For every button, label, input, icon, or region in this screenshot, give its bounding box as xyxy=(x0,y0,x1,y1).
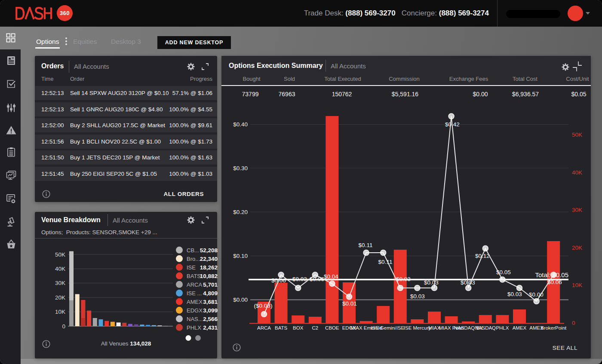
svg-text:5,701: 5,701 xyxy=(203,281,218,288)
svg-text:$0.10: $0.10 xyxy=(233,253,248,259)
svg-text:$0.03: $0.03 xyxy=(461,279,475,286)
svg-text:C2: C2 xyxy=(312,325,318,330)
svg-text:20K: 20K xyxy=(572,245,582,251)
svg-text:40K: 40K xyxy=(572,169,582,176)
svg-text:0: 0 xyxy=(572,320,575,326)
svg-text:52,208: 52,208 xyxy=(200,247,218,254)
svg-text:0: 0 xyxy=(62,323,65,330)
svg-text:$0.04: $0.04 xyxy=(324,273,338,280)
svg-text:ISE ...: ISE ... xyxy=(187,290,202,297)
svg-text:$0.42: $0.42 xyxy=(445,121,460,128)
svg-text:BrokerPoint: BrokerPoint xyxy=(541,325,567,330)
svg-text:($0.03): ($0.03) xyxy=(254,303,273,309)
svg-text:$0.00: $0.00 xyxy=(233,297,248,303)
svg-text:2,566: 2,566 xyxy=(203,316,218,322)
svg-text:$0.03: $0.03 xyxy=(424,279,439,286)
svg-text:AMEX: AMEX xyxy=(187,299,203,305)
svg-text:2,431: 2,431 xyxy=(203,324,218,331)
svg-text:$0.11: $0.11 xyxy=(359,242,373,248)
svg-text:CBOE: CBOE xyxy=(325,325,339,330)
svg-text:BATS: BATS xyxy=(187,273,201,279)
svg-text:40K: 40K xyxy=(55,266,65,272)
svg-text:$0.06: $0.06 xyxy=(271,277,286,284)
svg-text:$0.11: $0.11 xyxy=(378,259,393,265)
svg-text:PHLX: PHLX xyxy=(496,325,509,330)
svg-text:$0.20: $0.20 xyxy=(233,209,248,215)
svg-text:ISE Gemini: ISE Gemini xyxy=(371,325,396,330)
svg-text:BOX: BOX xyxy=(293,325,304,330)
svg-text:$0.03: $0.03 xyxy=(507,291,522,297)
svg-text:22,340: 22,340 xyxy=(200,256,218,262)
svg-text:$0.06: $0.06 xyxy=(547,279,562,285)
svg-text:$0.40: $0.40 xyxy=(233,121,248,128)
svg-text:Total: $0.05: Total: $0.05 xyxy=(535,271,568,278)
svg-text:10K: 10K xyxy=(55,309,65,315)
svg-text:ARCA: ARCA xyxy=(187,281,202,288)
svg-text:NAS...: NAS... xyxy=(187,316,203,322)
svg-text:$0.05: $0.05 xyxy=(496,269,511,275)
svg-text:BATS: BATS xyxy=(275,325,288,330)
svg-text:PHLX: PHLX xyxy=(187,324,201,331)
svg-text:$0.03: $0.03 xyxy=(292,276,307,282)
svg-text:10,882: 10,882 xyxy=(200,273,218,279)
svg-text:3,099: 3,099 xyxy=(203,307,218,314)
svg-text:ARCA: ARCA xyxy=(257,325,271,330)
svg-text:50K: 50K xyxy=(572,132,582,138)
svg-text:AMEX: AMEX xyxy=(513,325,527,330)
svg-text:30K: 30K xyxy=(55,280,65,286)
svg-text:ISE: ISE xyxy=(396,325,405,330)
svg-text:50K: 50K xyxy=(55,251,65,258)
svg-text:$0.01: $0.01 xyxy=(342,300,357,307)
svg-text:10K: 10K xyxy=(572,282,582,288)
svg-text:CB...: CB... xyxy=(187,247,199,254)
svg-text:4,809: 4,809 xyxy=(203,290,218,297)
svg-text:$0.03: $0.03 xyxy=(396,276,411,282)
svg-text:Bro...: Bro... xyxy=(187,256,200,262)
svg-text:20K: 20K xyxy=(55,294,65,301)
svg-text:3,681: 3,681 xyxy=(203,299,218,305)
svg-text:$0.06: $0.06 xyxy=(310,276,324,282)
svg-text:NASDAQ: NASDAQ xyxy=(475,325,496,330)
svg-text:ISE Mercury: ISE Mercury xyxy=(404,325,431,330)
svg-text:$0.30: $0.30 xyxy=(233,165,248,171)
svg-text:ISE: ISE xyxy=(187,264,196,271)
svg-text:EDGX: EDGX xyxy=(187,307,203,314)
svg-text:$0.00: $0.00 xyxy=(529,291,544,298)
svg-text:$0.03: $0.03 xyxy=(410,293,425,300)
svg-text:$0.12: $0.12 xyxy=(475,253,490,259)
svg-text:30K: 30K xyxy=(572,207,582,213)
svg-text:18,262: 18,262 xyxy=(200,264,218,271)
